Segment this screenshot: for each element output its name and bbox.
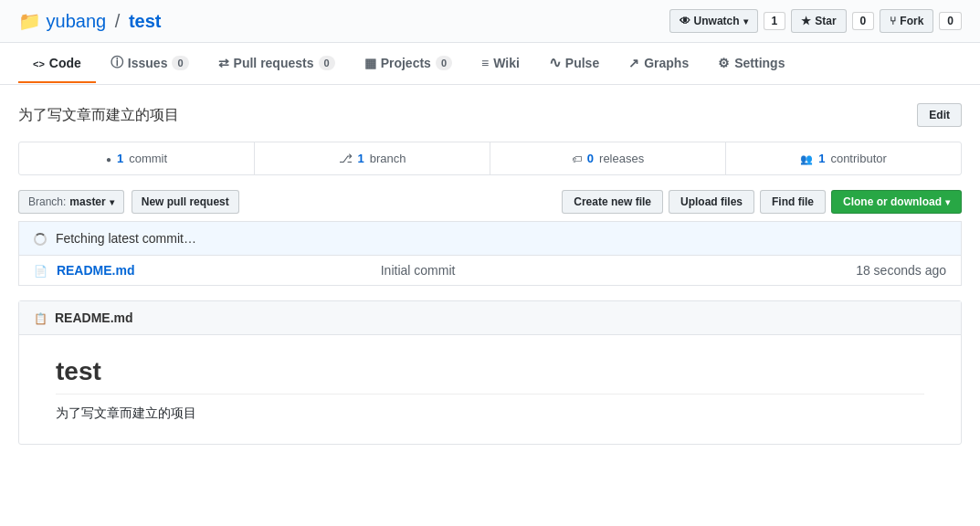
watch-label: Unwatch [694,15,740,27]
nav-tabs: Code Issues 0 Pull requests 0 Projects 0… [0,43,980,85]
tab-pr-label: Pull requests [234,56,314,70]
fork-label: Fork [900,15,923,27]
branch-chevron-icon [110,195,114,208]
code-icon [33,56,45,70]
branches-stat: 1 branch [255,142,490,174]
book-icon [34,310,47,325]
issue-icon [111,55,123,71]
tab-settings-label: Settings [734,56,785,70]
repo-description-text: 为了写文章而建立的项目 [18,106,179,125]
create-new-file-button[interactable]: Create new file [562,190,663,214]
tab-projects-label: Projects [381,56,431,70]
tab-pulse[interactable]: Pulse [534,43,614,84]
releases-count-link[interactable]: 0 [587,152,594,165]
fork-button[interactable]: Fork [880,9,933,33]
stats-bar: 1 commit 1 branch 0 releases 1 contribut… [18,142,962,175]
branch-label-text: Branch: [28,195,66,208]
settings-icon [718,56,730,70]
commit-icon [106,152,111,165]
pr-count: 0 [319,56,335,70]
watch-button[interactable]: Unwatch [669,9,758,33]
tab-wiki[interactable]: Wiki [467,45,534,83]
pr-icon [218,56,229,70]
upload-files-button[interactable]: Upload files [669,190,754,214]
commits-stat: 1 commit [19,142,255,174]
fetching-cell: Fetching latest commit… [19,222,962,256]
tab-issues-label: Issues [128,56,168,70]
find-file-button[interactable]: Find file [760,190,826,214]
table-row: README.md Initial commit 18 seconds ago [19,256,962,286]
fetching-text: Fetching latest commit… [56,231,196,246]
edit-description-button[interactable]: Edit [917,103,962,127]
projects-count: 0 [436,56,452,70]
contributors-label: contributor [830,152,886,165]
tab-graphs[interactable]: Graphs [614,45,703,83]
tab-projects[interactable]: Projects 0 [350,45,467,83]
tab-settings[interactable]: Settings [703,45,799,83]
tab-code[interactable]: Code [18,45,96,83]
tag-icon [572,152,582,165]
watch-chevron-icon [743,15,748,27]
pulse-icon [549,54,561,71]
star-label: Star [815,15,836,27]
star-count: 0 [852,12,875,30]
fetching-row: Fetching latest commit… [19,222,962,256]
tab-pulse-label: Pulse [565,56,599,70]
branch-icon [339,152,353,165]
new-pull-request-button[interactable]: New pull request [132,190,239,214]
readme-title: test [56,357,924,394]
tab-issues[interactable]: Issues 0 [96,44,204,84]
wiki-icon [481,56,489,70]
branches-count-link[interactable]: 1 [358,152,364,165]
fork-icon [890,15,896,27]
readme-content: test 为了写文章而建立的项目 [19,335,961,444]
project-icon [364,56,376,70]
eye-icon [680,15,690,27]
issues-count: 0 [172,56,188,70]
file-name-link[interactable]: README.md [57,263,135,278]
releases-label: releases [599,152,644,165]
file-icon [34,263,47,278]
owner-link[interactable]: yubang [47,11,107,31]
star-icon [801,15,811,27]
repo-name-link[interactable]: test [129,11,162,31]
contributors-count-link[interactable]: 1 [818,152,825,165]
tab-code-label: Code [49,56,81,70]
action-bar-right: Create new file Upload files Find file C… [562,190,962,214]
contributors-stat: 1 contributor [726,142,961,174]
tab-wiki-label: Wiki [493,56,520,70]
branches-label: branch [370,152,406,165]
commits-label: commit [129,152,167,165]
people-icon [800,152,813,165]
repo-title: 📁 yubang / test [18,10,161,32]
tab-pull-requests[interactable]: Pull requests 0 [204,45,350,83]
releases-stat: 0 releases [490,142,726,174]
readme-section: README.md test 为了写文章而建立的项目 [18,300,962,445]
readme-header-title: README.md [55,310,133,325]
graph-icon [628,56,639,70]
title-separator: / [115,11,121,31]
fork-count: 0 [939,12,962,30]
branch-selector[interactable]: Branch: master [18,190,124,214]
loading-spinner [34,233,47,246]
star-button[interactable]: Star [791,9,846,33]
current-branch: master [69,195,105,208]
tab-graphs-label: Graphs [644,56,689,70]
clone-or-download-button[interactable]: Clone or download [831,190,962,214]
clone-label-text: Clone or download [843,195,942,208]
clone-chevron-icon [945,195,950,208]
repo-icon: 📁 [18,11,47,31]
repo-actions: Unwatch 1 Star 0 Fork 0 [669,9,962,33]
watch-count: 1 [764,12,786,30]
main-content: 为了写文章而建立的项目 Edit 1 commit 1 branch 0 rel… [0,85,980,463]
repo-description-row: 为了写文章而建立的项目 Edit [18,103,962,127]
file-table: Fetching latest commit… README.md Initia… [18,221,962,286]
file-name-cell: README.md [19,256,366,286]
action-bar-left: Branch: master New pull request [18,190,239,214]
repo-header: 📁 yubang / test Unwatch 1 Star 0 Fork 0 [0,0,980,43]
commits-count-link[interactable]: 1 [117,152,123,165]
readme-header: README.md [19,301,961,335]
action-bar: Branch: master New pull request Create n… [18,190,962,214]
readme-description: 为了写文章而建立的项目 [56,405,924,422]
file-commit-cell: Initial commit [366,256,642,286]
